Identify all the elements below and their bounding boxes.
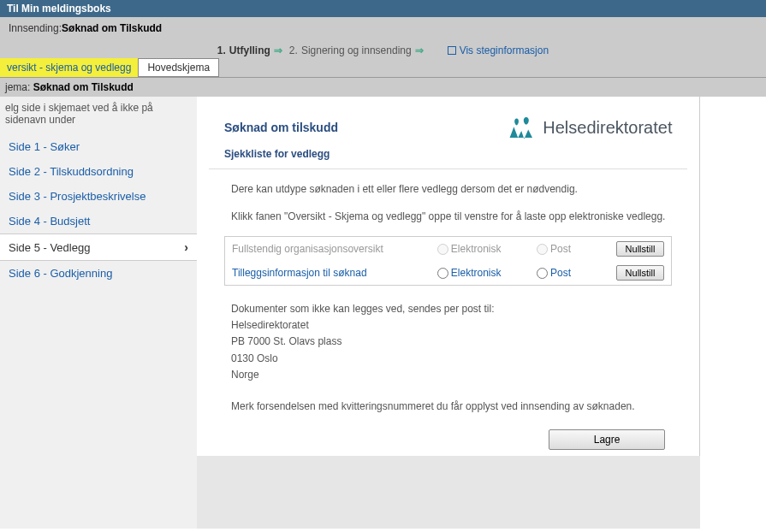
arrow-right-icon: ⇒	[415, 44, 424, 56]
main-panel: Søknad om tilskudd Helsedirektoratet Sje…	[197, 97, 700, 456]
context-section: Innsending:Søknad om Tilskudd 1. Utfylli…	[0, 17, 766, 78]
tabs-row: versikt - skjema og vedlegg Hovedskjema	[0, 58, 766, 77]
main-wrap: Søknad om tilskudd Helsedirektoratet Sje…	[197, 97, 700, 529]
schema-label: jema:	[5, 81, 30, 93]
intro-text-2: Klikk fanen "Oversikt - Skjema og vedleg…	[209, 209, 687, 236]
tab-oversikt[interactable]: versikt - skjema og vedlegg	[0, 58, 138, 77]
schema-value: Søknad om Tilskudd	[33, 81, 134, 93]
address-line: Norge	[231, 367, 665, 383]
attachment-row: Fullstendig organisasjonsoversikt Elektr…	[225, 237, 672, 262]
attachments-table: Fullstendig organisasjonsoversikt Elektr…	[224, 236, 672, 286]
content-row: elg side i skjemaet ved å ikke på sidena…	[0, 97, 766, 529]
right-pad	[700, 97, 730, 529]
expand-icon	[448, 46, 456, 55]
sidebar-item-godkjenning[interactable]: Side 6 - Godkjenning	[0, 261, 197, 286]
postal-address: Dokumenter som ikke kan legges ved, send…	[209, 294, 687, 395]
main-header: Søknad om tilskudd Helsedirektoratet	[209, 107, 687, 145]
attachment-name: Fullstendig organisasjonsoversikt	[232, 243, 383, 255]
submission-line: Innsending:Søknad om Tilskudd	[0, 17, 766, 39]
address-line: 0130 Oslo	[231, 351, 665, 367]
submission-value: Søknad om Tilskudd	[62, 22, 162, 34]
radio-post	[537, 244, 548, 255]
section-title: Sjekkliste for vedlegg	[209, 145, 687, 169]
attachment-row: Tilleggsinformasjon til søknad Elektroni…	[225, 261, 672, 286]
header-title: Til Min meldingsboks	[7, 3, 111, 15]
address-line: Helsedirektoratet	[231, 317, 665, 334]
address-line: PB 7000 St. Olavs plass	[231, 334, 665, 350]
radio-elektronisk	[437, 244, 448, 255]
sidebar: elg side i skjemaet ved å ikke på sidena…	[0, 97, 197, 529]
intro-text-1: Dere kan utdype søknaden i ett eller fle…	[209, 169, 687, 209]
tab-hovedskjema[interactable]: Hovedskjema	[138, 58, 219, 77]
address-intro: Dokumenter som ikke kan legges ved, send…	[231, 301, 665, 317]
step-indicator: 1. Utfylling ⇒ 2. Signering og innsendin…	[0, 39, 766, 58]
step-1: 1. Utfylling ⇒	[217, 44, 282, 56]
schema-line: jema: Søknad om Tilskudd	[0, 78, 766, 97]
note-text: Merk forsendelsen med kvitteringsnummere…	[209, 395, 687, 429]
sidebar-item-vedlegg[interactable]: Side 5 - Vedlegg ›	[0, 233, 197, 261]
radio-elektronisk[interactable]	[437, 268, 448, 279]
lagre-button[interactable]: Lagre	[549, 429, 666, 450]
sidebar-item-prosjektbeskrivelse[interactable]: Side 3 - Prosjektbeskrivelse	[0, 184, 197, 209]
vis-steginformasjon-link[interactable]: Vis steginformasjon	[448, 44, 549, 56]
sidebar-item-budsjett[interactable]: Side 4 - Budsjett	[0, 209, 197, 233]
sidebar-item-soker[interactable]: Side 1 - Søker	[0, 134, 197, 159]
message-box-header[interactable]: Til Min meldingsboks	[0, 0, 766, 17]
brand-logo: Helsedirektoratet	[508, 115, 672, 139]
arrow-right-icon: ⇒	[274, 44, 282, 56]
helsedirektoratet-icon	[508, 115, 536, 139]
attachment-name[interactable]: Tilleggsinformasjon til søknad	[232, 267, 367, 279]
chevron-right-icon: ›	[184, 240, 188, 254]
submission-label: Innsending:	[9, 22, 62, 34]
radio-post[interactable]	[537, 268, 548, 279]
page-title: Søknad om tilskudd	[224, 121, 338, 134]
sidebar-list: Side 1 - Søker Side 2 - Tilskuddsordning…	[0, 134, 197, 286]
nullstill-button[interactable]: Nullstill	[616, 241, 665, 257]
sidebar-intro: elg side i skjemaet ved å ikke på sidena…	[0, 97, 197, 134]
step-2: 2. Signering og innsending ⇒	[289, 44, 424, 56]
nullstill-button[interactable]: Nullstill	[616, 265, 665, 281]
sidebar-item-tilskuddsordning[interactable]: Side 2 - Tilskuddsordning	[0, 159, 197, 184]
save-row: Lagre	[209, 429, 687, 467]
